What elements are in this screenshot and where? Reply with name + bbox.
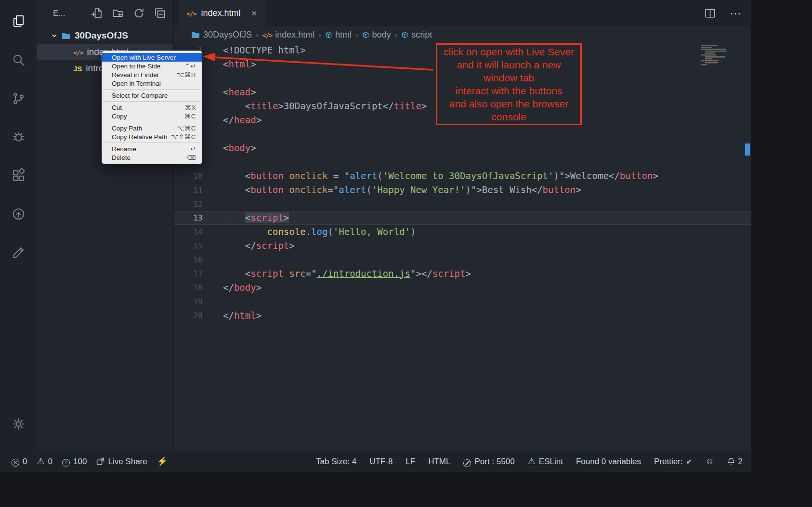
code-line[interactable]: 9	[174, 155, 751, 169]
menu-item-rename[interactable]: Rename↵	[102, 144, 202, 153]
annotation-line: window tab	[437, 71, 580, 84]
new-file-icon[interactable]	[91, 8, 102, 19]
symbol-icon	[401, 31, 408, 39]
folder-label: 30DaysOfJS	[75, 30, 128, 41]
code-line[interactable]: 13 <script>	[174, 211, 751, 225]
line-number: 15	[174, 239, 203, 253]
code-line[interactable]: 15 </script>	[174, 239, 751, 253]
search-icon[interactable]	[0, 40, 37, 79]
source-control-icon[interactable]	[0, 79, 37, 117]
line-number: 13	[174, 211, 203, 225]
context-menu: Open with Live ServerOpen to the Side⌃↵R…	[102, 51, 202, 164]
status-text: Live Share	[108, 457, 147, 467]
annotation-line: click on open with Live Sever	[437, 45, 580, 58]
status-warnings[interactable]: ⚠0	[37, 457, 52, 467]
status-prettier[interactable]: Prettier:✔	[654, 457, 692, 467]
breadcrumb-item-30DaysOfJS[interactable]: 30DaysOfJS	[191, 30, 252, 40]
status-text: Tab Size: 4	[316, 457, 356, 467]
status-info-count[interactable]: i100	[62, 457, 87, 467]
refresh-icon[interactable]	[133, 8, 144, 19]
code-text: </head>	[223, 113, 262, 127]
menu-item-open-to-the-side[interactable]: Open to the Side⌃↵	[102, 62, 202, 70]
close-icon[interactable]: ✕	[251, 9, 258, 18]
gear-icon[interactable]	[0, 404, 37, 443]
code-line[interactable]: 17 <script src="./introduction.js"></scr…	[174, 267, 751, 281]
folder-icon	[191, 31, 200, 39]
code-line[interactable]: 14 console.log('Hello, World')	[174, 225, 751, 239]
menu-item-cut[interactable]: Cut⌘X	[102, 103, 202, 112]
collapse-all-icon[interactable]	[155, 8, 166, 19]
status-variables-found[interactable]: Found 0 variables	[576, 457, 641, 467]
debug-icon[interactable]	[0, 117, 37, 156]
extensions-icon[interactable]	[0, 156, 37, 195]
status-bar: ✕0⚠0i100Live Share⚡ Tab Size: 4UTF-8LFHT…	[0, 451, 751, 472]
menu-shortcut: ⌥⇧⌘C	[171, 133, 196, 141]
status-language-mode[interactable]: HTML	[428, 457, 450, 467]
menu-item-select-for-compare[interactable]: Select for Compare	[102, 91, 202, 100]
menu-item-label: Rename	[112, 145, 136, 153]
code-line[interactable]: 11 <button onclick="alert('Happy New Yea…	[174, 183, 751, 197]
breadcrumb-label: index.html	[275, 30, 314, 40]
minimap[interactable]	[701, 45, 744, 71]
breadcrumb-item-html[interactable]: html	[325, 30, 352, 40]
more-actions-icon[interactable]: ⋯	[730, 7, 742, 20]
code-line[interactable]: 20</html>	[174, 309, 751, 323]
menu-item-copy-relative-path[interactable]: Copy Relative Path⌥⇧⌘C	[102, 132, 202, 141]
code-line[interactable]: 8<body>	[174, 141, 751, 155]
activity-bar-bottom	[0, 404, 37, 443]
line-number: 16	[174, 253, 203, 267]
annotation-box: click on open with Live Severand it will…	[436, 43, 582, 125]
code-line[interactable]: 12	[174, 197, 751, 211]
status-live-share[interactable]: Live Share	[96, 457, 147, 467]
status-text: UTF-8	[369, 457, 393, 467]
menu-item-label: Reveal in Finder	[112, 71, 159, 78]
code-line[interactable]: 7	[174, 127, 751, 141]
status-errors[interactable]: ✕0	[12, 457, 27, 467]
code-line[interactable]: 10 <button onclick = "alert('Welcome to …	[174, 169, 751, 183]
line-number: 20	[174, 309, 203, 323]
status-text: 100	[73, 457, 87, 467]
status-tab-size[interactable]: Tab Size: 4	[316, 457, 356, 467]
menu-item-reveal-in-finder[interactable]: Reveal in Finder⌥⌘R	[102, 70, 202, 79]
status-notifications[interactable]: 2	[727, 457, 743, 467]
desktop: E... 30DaysOfJS</>index.htmlJSintroducti…	[0, 0, 812, 507]
status-text: ESLint	[539, 457, 563, 467]
status-encoding[interactable]: UTF-8	[369, 457, 393, 467]
breadcrumb-item-index.html[interactable]: </>index.html	[262, 30, 315, 40]
menu-shortcut: ↵	[190, 145, 196, 153]
status-eslint[interactable]: ⚠ESLint	[528, 457, 563, 467]
menu-item-open-in-terminal[interactable]: Open in Terminal	[102, 79, 202, 88]
breadcrumb-item-script[interactable]: script	[401, 30, 432, 40]
status-quick-run[interactable]: ⚡	[157, 457, 168, 467]
feedback-icon[interactable]	[0, 233, 37, 272]
menu-item-copy-path[interactable]: Copy Path⌥⌘C	[102, 124, 202, 132]
menu-item-open-with-live-server[interactable]: Open with Live Server	[102, 53, 202, 62]
code-line[interactable]: 19	[174, 295, 751, 309]
scrollbar-marker[interactable]	[745, 143, 750, 156]
code-text: <script src="./introduction.js"></script…	[223, 267, 471, 281]
files-icon[interactable]	[0, 2, 37, 40]
menu-shortcut: ⌥⌘C	[177, 124, 196, 132]
code-text: <button onclick="alert('Happy New Year!'…	[223, 183, 581, 197]
status-live-server-port[interactable]: Port : 5500	[463, 456, 514, 467]
status-feedback-smiley[interactable]: ☺	[705, 457, 714, 467]
remote-icon[interactable]	[0, 195, 37, 233]
breadcrumb-separator: ›	[394, 30, 398, 40]
menu-item-copy[interactable]: Copy⌘C	[102, 112, 202, 120]
breadcrumb-item-body[interactable]: body	[362, 30, 391, 40]
code-line[interactable]: 18</body>	[174, 281, 751, 295]
smiley-icon: ☺	[705, 457, 714, 467]
split-editor-icon[interactable]	[704, 7, 716, 19]
explorer-title: E...	[53, 9, 65, 18]
menu-item-label: Cut	[112, 104, 122, 111]
status-text: 2	[738, 457, 743, 467]
code-line[interactable]: 16	[174, 253, 751, 267]
folder-row-root[interactable]: 30DaysOfJS	[37, 27, 173, 44]
new-folder-icon[interactable]	[112, 8, 123, 19]
menu-item-delete[interactable]: Delete⌫	[102, 153, 202, 162]
status-eol[interactable]: LF	[406, 457, 415, 467]
tab-index.html[interactable]: </>index.html✕	[179, 0, 265, 26]
line-number: 17	[174, 267, 203, 281]
breadcrumb-label: 30DaysOfJS	[203, 30, 252, 40]
menu-separator	[103, 89, 201, 90]
